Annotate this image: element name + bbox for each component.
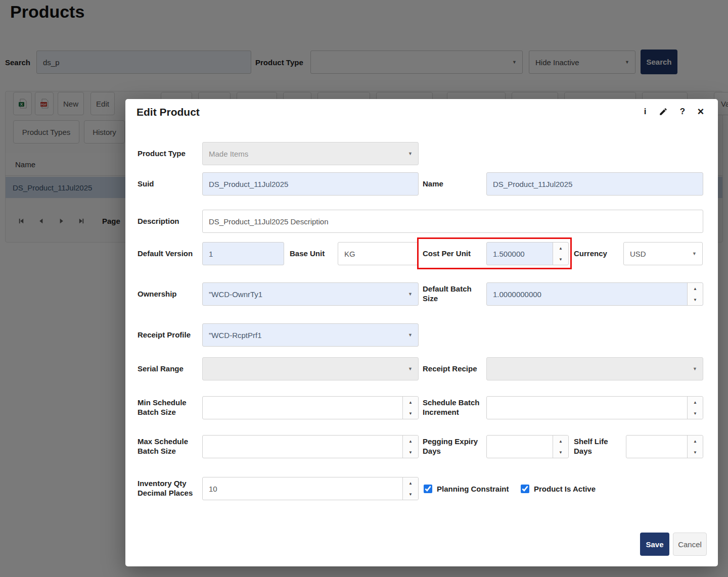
spinner-down-icon[interactable]: ▼ — [688, 447, 703, 458]
edit-product-modal: Edit Product i ? × Product Type Made Ite… — [125, 99, 718, 566]
min-schedule-batch-size-label: Min Schedule Batch Size — [138, 396, 200, 419]
name-input[interactable] — [493, 180, 697, 188]
pegging-expiry-days-spinner[interactable]: ▲▼ — [553, 436, 568, 458]
product-type-select[interactable]: Made Items ▼ — [202, 142, 419, 165]
cost-per-unit-spinner[interactable]: ▲▼ — [553, 243, 568, 265]
default-batch-size-field[interactable]: ▲▼ — [486, 282, 703, 306]
currency-select[interactable]: USD ▼ — [623, 242, 703, 265]
receipt-profile-select[interactable]: "WCD-RcptPrf1 ▼ — [202, 323, 419, 347]
name-field[interactable] — [486, 172, 703, 196]
ownership-select[interactable]: "WCD-OwnrTy1 ▼ — [202, 282, 419, 306]
pegging-expiry-days-input[interactable] — [493, 443, 549, 451]
max-schedule-batch-size-label: Max Schedule Batch Size — [138, 435, 200, 458]
spinner-down-icon[interactable]: ▼ — [403, 489, 418, 500]
planning-constraint-input[interactable] — [424, 485, 432, 493]
ownership-label: Ownership — [138, 282, 200, 306]
spinner-up-icon[interactable]: ▲ — [553, 436, 568, 447]
serial-range-label: Serial Range — [138, 357, 200, 380]
suid-field[interactable] — [202, 172, 419, 196]
spinner-down-icon[interactable]: ▼ — [403, 408, 418, 419]
planning-constraint-label: Planning Constraint — [437, 485, 509, 493]
close-icon[interactable]: × — [695, 105, 707, 118]
shelf-life-days-label: Shelf Life Days — [574, 435, 619, 458]
cost-per-unit-input[interactable] — [493, 250, 549, 258]
description-label: Description — [138, 210, 200, 233]
chevron-down-icon: ▼ — [408, 332, 413, 338]
inventory-qty-decimal-places-input[interactable] — [209, 485, 399, 493]
cost-per-unit-field[interactable]: ▲▼ — [486, 242, 569, 265]
shelf-life-days-spinner[interactable]: ▲▼ — [687, 436, 703, 458]
pegging-expiry-days-label: Pegging Expiry Days — [423, 435, 483, 458]
planning-constraint-checkbox[interactable]: Planning Constraint — [424, 477, 509, 500]
schedule-batch-increment-field[interactable]: ▲▼ — [486, 396, 703, 419]
receipt-recipe-label: Receipt Recipe — [423, 357, 483, 380]
chevron-down-icon: ▼ — [692, 251, 697, 256]
spinner-up-icon[interactable]: ▲ — [403, 397, 418, 408]
receipt-profile-value: "WCD-RcptPrf1 — [209, 331, 262, 340]
spinner-down-icon[interactable]: ▼ — [403, 447, 418, 458]
default-batch-size-label: Default Batch Size — [423, 282, 479, 306]
max-schedule-batch-size-field[interactable]: ▲▼ — [202, 435, 419, 458]
shelf-life-days-field[interactable]: ▲▼ — [626, 435, 703, 458]
name-label: Name — [423, 172, 483, 196]
receipt-recipe-select[interactable]: ▼ — [486, 357, 703, 380]
help-icon[interactable]: ? — [676, 105, 689, 118]
cancel-button[interactable]: Cancel — [673, 533, 707, 556]
chevron-down-icon: ▼ — [693, 366, 697, 371]
schedule-batch-increment-label: Schedule Batch Increment — [423, 396, 483, 419]
min-schedule-batch-size-spinner[interactable]: ▲▼ — [402, 397, 418, 419]
screen: Products Search Product Type ▼ Hide Inac… — [0, 0, 728, 577]
chevron-down-icon: ▼ — [408, 151, 413, 156]
base-unit-input[interactable] — [344, 250, 412, 258]
max-schedule-batch-size-input[interactable] — [209, 443, 399, 451]
default-batch-size-input[interactable] — [493, 290, 684, 299]
shelf-life-days-input[interactable] — [632, 443, 684, 451]
max-schedule-batch-size-spinner[interactable]: ▲▼ — [402, 436, 418, 458]
spinner-up-icon[interactable]: ▲ — [403, 477, 418, 489]
info-icon[interactable]: i — [639, 105, 651, 118]
base-unit-field[interactable] — [338, 242, 418, 265]
chevron-down-icon: ▼ — [408, 366, 413, 371]
description-input[interactable] — [209, 217, 697, 226]
currency-value: USD — [630, 250, 646, 258]
spinner-down-icon[interactable]: ▼ — [553, 254, 568, 265]
schedule-batch-increment-input[interactable] — [493, 404, 684, 412]
spinner-down-icon[interactable]: ▼ — [688, 294, 703, 305]
serial-range-select[interactable]: ▼ — [202, 357, 419, 380]
spinner-down-icon[interactable]: ▼ — [553, 447, 568, 458]
min-schedule-batch-size-input[interactable] — [209, 404, 399, 412]
suid-label: Suid — [138, 172, 200, 196]
spinner-down-icon[interactable]: ▼ — [688, 408, 703, 419]
product-is-active-checkbox[interactable]: Product Is Active — [521, 477, 596, 500]
product-is-active-input[interactable] — [521, 485, 529, 493]
spinner-up-icon[interactable]: ▲ — [553, 243, 568, 254]
description-field[interactable] — [202, 210, 703, 233]
receipt-profile-label: Receipt Profile — [138, 323, 200, 347]
default-version-label: Default Version — [138, 242, 202, 265]
product-type-label: Product Type — [138, 142, 200, 165]
product-type-value: Made Items — [209, 150, 248, 158]
inventory-qty-decimal-places-field[interactable]: ▲▼ — [202, 477, 419, 500]
spinner-up-icon[interactable]: ▲ — [688, 397, 703, 408]
chevron-down-icon: ▼ — [408, 292, 413, 297]
default-batch-size-spinner[interactable]: ▲▼ — [687, 283, 703, 305]
currency-label: Currency — [574, 242, 622, 265]
modal-title: Edit Product — [136, 106, 200, 118]
pencil-icon[interactable] — [657, 105, 669, 118]
ownership-value: "WCD-OwnrTy1 — [209, 290, 262, 299]
inventory-qty-decimal-places-spinner[interactable]: ▲▼ — [402, 477, 418, 500]
min-schedule-batch-size-field[interactable]: ▲▼ — [202, 396, 419, 419]
base-unit-label: Base Unit — [290, 242, 336, 265]
spinner-up-icon[interactable]: ▲ — [688, 283, 703, 294]
inventory-qty-decimal-places-label: Inventory Qty Decimal Places — [138, 477, 200, 500]
default-version-input[interactable] — [209, 250, 278, 258]
pegging-expiry-days-field[interactable]: ▲▼ — [486, 435, 569, 458]
save-button[interactable]: Save — [640, 533, 669, 556]
spinner-up-icon[interactable]: ▲ — [403, 436, 418, 447]
cost-per-unit-label: Cost Per Unit — [423, 242, 483, 265]
product-is-active-label: Product Is Active — [534, 485, 596, 493]
schedule-batch-increment-spinner[interactable]: ▲▼ — [687, 397, 703, 419]
suid-input[interactable] — [209, 180, 412, 188]
default-version-field[interactable] — [202, 242, 284, 265]
spinner-up-icon[interactable]: ▲ — [688, 436, 703, 447]
